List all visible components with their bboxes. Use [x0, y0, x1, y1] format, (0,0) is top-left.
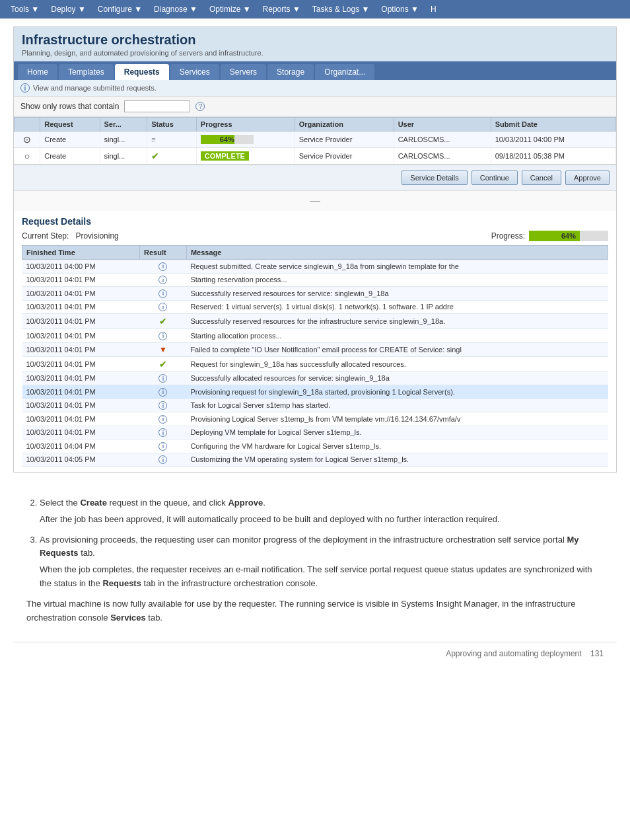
tab-bar: Home Templates Requests Services Servers…: [14, 61, 616, 80]
log-row: 10/03/2011 04:04 PMiConfiguring the VM h…: [22, 439, 608, 453]
tab-servers[interactable]: Servers: [221, 64, 266, 80]
row-org-2: Service Provider: [295, 148, 394, 165]
log-row: 10/03/2011 04:01 PM▼Failed to complete "…: [22, 342, 608, 356]
progress-bar-1: 64%: [201, 135, 254, 144]
table-row[interactable]: ○ Create singl... ✔ COMPLETE Service Pro…: [15, 148, 616, 165]
log-col-time: Finished Time: [22, 246, 140, 260]
col-organization[interactable]: Organization: [295, 118, 394, 132]
nav-tools[interactable]: Tools ▼: [5, 3, 44, 16]
row-date-2: 09/18/2011 05:38 PM: [491, 148, 615, 165]
row-server-2: singl...: [100, 148, 147, 165]
status-inprogress-icon: ≡: [151, 135, 155, 143]
progress-label-detail: Progress:: [491, 231, 525, 241]
step3-main: As provisioning proceeds, the requesting…: [40, 535, 567, 545]
col-status[interactable]: Status: [147, 118, 197, 132]
nav-options[interactable]: Options ▼: [376, 3, 424, 16]
closing-paragraph: The virtual machine is now fully availab…: [26, 597, 604, 625]
cancel-button[interactable]: Cancel: [522, 171, 561, 185]
step3-detail-end: tab in the infrastructure orchestration …: [141, 578, 318, 588]
filter-bar: Show only rows that contain ?: [14, 96, 616, 117]
footer-text: Approving and automating deployment: [446, 649, 581, 658]
progress-pct-lg: 64%: [529, 231, 608, 241]
tab-organizat[interactable]: Organizat...: [315, 64, 374, 80]
nav-reports[interactable]: Reports ▼: [258, 3, 306, 16]
tab-services[interactable]: Services: [170, 64, 219, 80]
closing-text: The virtual machine is now fully availab…: [26, 599, 575, 623]
log-result-9: i: [140, 385, 187, 399]
log-result-0: i: [140, 260, 187, 274]
step3-detail: When the job completes, the requester re…: [40, 563, 604, 591]
service-details-button[interactable]: Service Details: [402, 171, 467, 185]
main-content: Infrastructure orchestration Planning, d…: [0, 19, 630, 673]
info-icon: i: [158, 289, 167, 298]
nav-configure[interactable]: Configure ▼: [92, 3, 147, 16]
log-row: 10/03/2011 04:01 PMiProvisioning request…: [22, 385, 608, 399]
col-select: [15, 118, 40, 132]
row-date-1: 10/03/2011 04:00 PM: [491, 132, 615, 148]
log-row: 10/03/2011 04:01 PMiTask for Logical Ser…: [22, 399, 608, 412]
log-result-6: ▼: [140, 342, 187, 356]
log-message-14: Customizing the VM operating system for …: [186, 453, 608, 467]
nav-help[interactable]: H: [425, 3, 442, 16]
page-title: Infrastructure orchestration: [22, 32, 608, 48]
details-section: Request Details Current Step: Provisioni…: [14, 211, 616, 472]
continue-button[interactable]: Continue: [472, 171, 518, 185]
table-row[interactable]: ⊙ Create singl... ≡ 64% Service Provider: [15, 132, 616, 148]
progress-section: Progress: 64%: [491, 231, 608, 241]
nav-deploy[interactable]: Deploy ▼: [46, 3, 91, 16]
action-buttons: Service Details Continue Cancel Approve: [14, 165, 616, 190]
screenshot-box: Infrastructure orchestration Planning, d…: [13, 26, 617, 473]
info-icon: i: [158, 455, 167, 464]
col-request[interactable]: Request: [40, 118, 100, 132]
info-icon: i: [158, 442, 167, 451]
col-user[interactable]: User: [394, 118, 491, 132]
info-icon: i: [158, 428, 167, 437]
log-result-12: i: [140, 426, 187, 439]
nav-optimize[interactable]: Optimize ▼: [204, 3, 256, 16]
log-result-11: i: [140, 412, 187, 426]
warning-icon: ▼: [159, 345, 167, 354]
log-time-7: 10/03/2011 04:01 PM: [22, 356, 140, 371]
log-message-2: Successfully reserved resources for serv…: [186, 287, 608, 301]
info-icon: i: [158, 303, 167, 311]
tab-requests[interactable]: Requests: [115, 64, 169, 80]
help-icon[interactable]: ?: [195, 102, 205, 111]
nav-diagnose[interactable]: Diagnose ▼: [149, 3, 203, 16]
log-row: 10/03/2011 04:05 PMiCustomizing the VM o…: [22, 453, 608, 467]
log-time-3: 10/03/2011 04:01 PM: [22, 300, 140, 314]
approve-button[interactable]: Approve: [565, 171, 610, 185]
log-message-12: Deploying VM template for Logical Server…: [186, 426, 608, 439]
log-row: 10/03/2011 04:01 PMiStarting allocation …: [22, 329, 608, 343]
tab-storage[interactable]: Storage: [267, 64, 314, 80]
log-message-3: Reserved: 1 virtual server(s). 1 virtual…: [186, 300, 608, 314]
log-col-message: Message: [186, 246, 608, 260]
log-row: 10/03/2011 04:01 PMiSuccessfully allocat…: [22, 371, 608, 385]
details-title: Request Details: [22, 216, 608, 227]
row-select-1[interactable]: ⊙: [15, 132, 40, 148]
progress-label-1: 64%: [201, 135, 254, 144]
status-complete-icon: ✔: [151, 151, 159, 161]
details-header: Current Step: Provisioning Progress: 64%: [22, 231, 608, 241]
log-result-5: i: [140, 329, 187, 343]
row-select-2[interactable]: ○: [15, 148, 40, 165]
row-request-1: Create: [40, 132, 100, 148]
step-3-item: As provisioning proceeds, the requesting…: [40, 533, 604, 591]
col-progress[interactable]: Progress: [196, 118, 295, 132]
filter-input[interactable]: [124, 100, 190, 112]
nav-tasks-logs[interactable]: Tasks & Logs ▼: [307, 3, 375, 16]
log-message-0: Request submitted. Create service single…: [186, 260, 608, 274]
tab-home[interactable]: Home: [18, 64, 57, 80]
col-submit-date[interactable]: Submit Date: [491, 118, 615, 132]
row-user-2: CARLOSCMS...: [394, 148, 491, 165]
info-icon: i: [158, 415, 167, 424]
row-status-2: ✔: [147, 148, 197, 165]
filter-label: Show only rows that contain: [20, 102, 119, 111]
log-message-8: Successfully allocated resources for ser…: [186, 371, 608, 385]
log-message-13: Configuring the VM hardware for Logical …: [186, 439, 608, 453]
log-message-10: Task for Logical Server s1temp has start…: [186, 399, 608, 412]
step2-end: .: [263, 498, 265, 508]
col-server[interactable]: Ser...: [100, 118, 147, 132]
log-time-12: 10/03/2011 04:01 PM: [22, 426, 140, 439]
page-header: Infrastructure orchestration Planning, d…: [14, 27, 616, 61]
tab-templates[interactable]: Templates: [59, 64, 114, 80]
